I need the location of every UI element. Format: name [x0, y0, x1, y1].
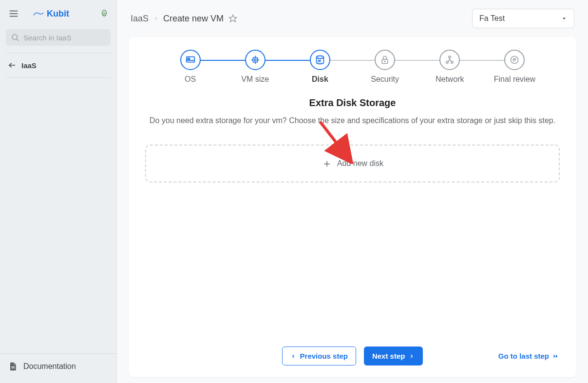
- documentation-link[interactable]: Documentation: [0, 353, 116, 383]
- next-step-button[interactable]: Next step: [364, 347, 423, 365]
- step-label: Security: [371, 75, 399, 84]
- caret-down-icon: [561, 16, 567, 21]
- sidebar: Kubit IaaS Documentation: [0, 0, 117, 383]
- section-title: Extra Disk Storage: [129, 97, 576, 109]
- step-label: Network: [436, 75, 464, 84]
- svg-marker-36: [554, 354, 556, 358]
- topbar: IaaS Create new VM Fa Test: [117, 0, 588, 31]
- add-disk-label: Add new disk: [337, 159, 383, 168]
- account-dropdown[interactable]: Fa Test: [472, 9, 574, 28]
- monitor-icon: [180, 50, 201, 70]
- step-label: OS: [185, 75, 196, 84]
- svg-rect-13: [253, 57, 257, 62]
- search-box[interactable]: [6, 29, 111, 46]
- breadcrumb: IaaS Create new VM: [131, 14, 237, 24]
- section-description: Do you need extra storage for your vm? C…: [148, 116, 557, 125]
- account-label: Fa Test: [479, 14, 505, 23]
- document-icon: [8, 362, 18, 371]
- go-to-last-step-link[interactable]: Go to last step: [498, 352, 560, 360]
- search-input[interactable]: [23, 34, 106, 42]
- svg-point-24: [449, 56, 451, 58]
- step-final-review[interactable]: Final review: [482, 50, 547, 84]
- search-icon: [11, 33, 19, 42]
- previous-step-button[interactable]: Previous step: [282, 347, 356, 365]
- svg-point-23: [384, 61, 385, 62]
- brand-logo[interactable]: Kubit: [33, 9, 69, 19]
- svg-rect-7: [12, 368, 15, 368]
- main: IaaS Create new VM Fa Test: [117, 0, 588, 383]
- svg-point-14: [254, 59, 256, 61]
- nav-back-iaas[interactable]: IaaS: [0, 56, 116, 74]
- wizard-footer: Previous step Next step Go to last step: [129, 337, 576, 369]
- divider: [6, 77, 111, 78]
- step-label: Final review: [494, 75, 535, 84]
- brand-icon: [33, 10, 44, 17]
- breadcrumb-current: Create new VM: [163, 14, 224, 24]
- arrow-left-icon: [8, 61, 17, 70]
- step-label: Disk: [312, 75, 328, 84]
- svg-line-4: [17, 39, 18, 40]
- breadcrumb-root[interactable]: IaaS: [131, 14, 149, 24]
- svg-marker-37: [556, 354, 558, 358]
- brand-name: Kubit: [47, 9, 69, 19]
- svg-line-28: [448, 60, 450, 61]
- documentation-label: Documentation: [23, 362, 76, 371]
- step-security[interactable]: Security: [353, 50, 417, 84]
- lock-icon: [375, 50, 395, 70]
- disk-icon: [310, 50, 330, 70]
- svg-marker-9: [563, 18, 566, 20]
- cpu-icon: [245, 50, 266, 70]
- svg-marker-8: [229, 15, 237, 22]
- step-vm-size[interactable]: VM size: [223, 50, 287, 84]
- next-label: Next step: [372, 352, 405, 360]
- svg-rect-12: [188, 58, 190, 59]
- plus-icon: ＋: [322, 158, 332, 169]
- svg-rect-6: [12, 366, 15, 367]
- wizard-stepper: OS VM size Disk: [129, 37, 576, 84]
- wizard-panel: OS VM size Disk: [129, 37, 576, 377]
- network-icon: [439, 50, 460, 70]
- skip-label: Go to last step: [498, 352, 549, 360]
- review-icon: [504, 50, 525, 70]
- divider: [6, 53, 111, 53]
- step-network[interactable]: Network: [417, 50, 482, 84]
- nav-back-label: IaaS: [21, 61, 37, 70]
- prev-label: Previous step: [300, 352, 348, 360]
- hamburger-icon[interactable]: [8, 8, 19, 19]
- chevron-right-icon: [153, 15, 158, 22]
- star-outline-icon[interactable]: [228, 14, 237, 23]
- double-chevron-right-icon: [552, 353, 560, 359]
- sidebar-header: Kubit: [0, 0, 116, 25]
- step-disk[interactable]: Disk: [287, 50, 352, 84]
- chevron-left-icon: [290, 353, 296, 360]
- step-os[interactable]: OS: [158, 50, 223, 84]
- step-label: VM size: [241, 75, 269, 84]
- svg-line-29: [450, 60, 452, 61]
- svg-point-19: [317, 56, 324, 59]
- chevron-right-icon: [409, 353, 415, 360]
- secondary-logo-icon[interactable]: [100, 9, 109, 18]
- svg-point-3: [12, 35, 18, 40]
- add-new-disk-button[interactable]: ＋ Add new disk: [145, 145, 560, 182]
